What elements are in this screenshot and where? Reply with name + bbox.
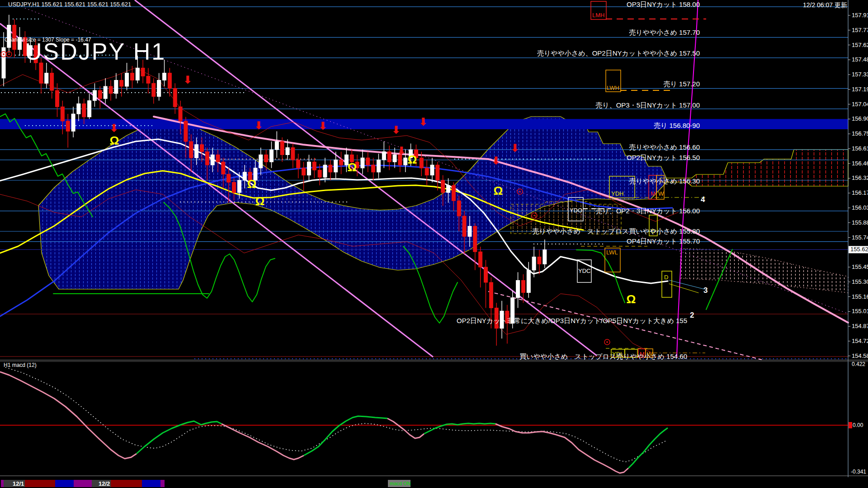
buy-signal-icon: Ω [494,184,503,197]
candle-body [141,68,145,76]
candle-body [270,150,274,162]
candle-body [302,168,306,175]
macd-toggle-label: macd ON [390,481,411,486]
candle-body [393,155,396,162]
count-digit: 3 [703,286,708,295]
current-price-label: 155.621 [850,246,868,253]
level-box-label: W [658,190,664,197]
axis-tick-label[interactable]: 157.045 [852,101,868,108]
session-segment [25,480,55,487]
axis-tick-label[interactable]: 156.030 [852,204,868,211]
level-box-label: LMH [592,12,604,19]
ohlc-readout: USDJPY,H1 155.621 155.621 155.621 155.62… [8,1,131,8]
candle-body [77,103,80,114]
candle-body [66,121,70,131]
axis-tick-label[interactable]: 156.610 [852,145,868,152]
candle-body [205,152,209,165]
axis-tick-label[interactable]: 155.885 [852,219,868,226]
level-box-label: LWL [606,249,618,256]
candle-body [114,80,118,94]
session-segment [1,480,4,487]
order-annotation: OP2日NYカット非常に大きめ/OP3日NYカット/OP5日NYカット大きめ 1… [457,317,687,324]
candle-body [130,73,134,80]
ring-icon-dot [519,191,521,192]
candle-body [104,86,107,99]
level-box-label: YDC [578,267,590,274]
axis-tick-label[interactable]: 157.190 [852,86,868,93]
macd-axis-zero: 0.00 [853,422,863,428]
sell-signal-icon: ⬇ [109,122,118,134]
candle-body [152,83,156,96]
candle-body [387,152,391,162]
macd-panel-label: H1 macd (12) [4,362,37,368]
candle-body [452,185,455,201]
axis-tick-label[interactable]: 154.725 [852,338,868,344]
candle-body [195,145,198,158]
buy-signal-icon: Ω [255,194,265,208]
date-label[interactable]: 12/1 [13,480,24,487]
axis-tick-label[interactable]: 156.465 [852,160,868,167]
candle-body [543,250,547,264]
candle-body [457,201,461,216]
candle-body [109,86,113,94]
candle-body [179,107,182,121]
order-annotation: 売りやや小さめ 156.30 [629,177,700,185]
buy-signal-icon: Ω [408,153,417,166]
axis-tick-label[interactable]: 154.870 [852,323,868,329]
candle-body [404,158,407,165]
candle-body [82,103,86,117]
axis-tick-label[interactable]: 155.015 [852,308,868,314]
candle-body [93,90,96,101]
axis-tick-label[interactable]: 157.335 [852,71,868,78]
candle-body [56,90,59,107]
candle-body [323,165,327,177]
level-box-label: D [664,274,668,281]
order-annotation: 売りやや小さめ ストップロス買いやや小さめ 155.80 [532,227,700,235]
candle-body [200,145,203,152]
candle-body [372,165,375,172]
axis-tick-label[interactable]: 157.625 [852,42,868,48]
candle-body [441,180,445,192]
candle-body [489,282,493,308]
candle-body [232,183,236,193]
candle-body [163,73,166,80]
chart-canvas[interactable]: ⬇⬇⬇⬇⬇⬇⬇⬇⬇ΩΩΩΩΩΩΩLMHLWHYDHMWYDOYDCLWLDDYD… [0,0,868,488]
order-annotation: OP4日NYカット 155.70 [627,237,700,245]
session-segment [74,480,92,487]
axis-tick-label[interactable]: 157.770 [852,27,868,33]
axis-tick-label[interactable]: 156.900 [852,115,868,122]
sell-signal-icon: ⬇ [419,116,428,128]
macd-zero-marker [849,422,852,428]
axis-tick-label[interactable]: 157.480 [852,56,868,63]
candle-body [168,73,171,89]
candle-body [462,216,466,236]
axis-tick-label[interactable]: 155.740 [852,234,868,241]
ring-icon-dot [3,53,5,55]
candle-body [521,280,525,292]
axis-tick-label[interactable]: 156.320 [852,174,868,181]
axis-tick-label[interactable]: 156.175 [852,189,868,196]
date-label[interactable]: 12/2 [99,480,110,487]
axis-tick-label[interactable]: 155.450 [852,263,868,270]
candle-body [71,114,75,131]
macd-axis-min: -0.341 [851,469,866,475]
order-annotation: 買いやや小さめ ストップロス売りやや小さめ 154.60 [519,352,687,360]
sell-signal-icon: ⬇ [254,119,263,131]
candle-body [184,121,188,141]
candle-body [329,165,332,172]
axis-tick-label[interactable]: 157.915 [852,12,868,19]
order-annotation: 売り、OP2・3日NYカット 156.00 [595,207,700,215]
level-box-label: M [651,190,656,197]
order-annotation: 売りやや小さめ、OP2日NYカットやや小さめ 157.50 [537,49,700,57]
axis-tick-label[interactable]: 155.305 [852,278,868,285]
candle-body [425,168,429,175]
candle-body [237,180,241,192]
candle-body [286,148,289,155]
axis-tick-label[interactable]: 154.580 [852,352,868,359]
axis-tick-label[interactable]: 156.755 [852,130,868,137]
order-annotation: 売り、OP3・5日NYカット 157.00 [595,101,700,109]
candle-body [98,90,102,99]
candle-body [50,73,54,90]
axis-tick-label[interactable]: 155.160 [852,293,868,300]
count-digit: 4 [701,195,705,204]
